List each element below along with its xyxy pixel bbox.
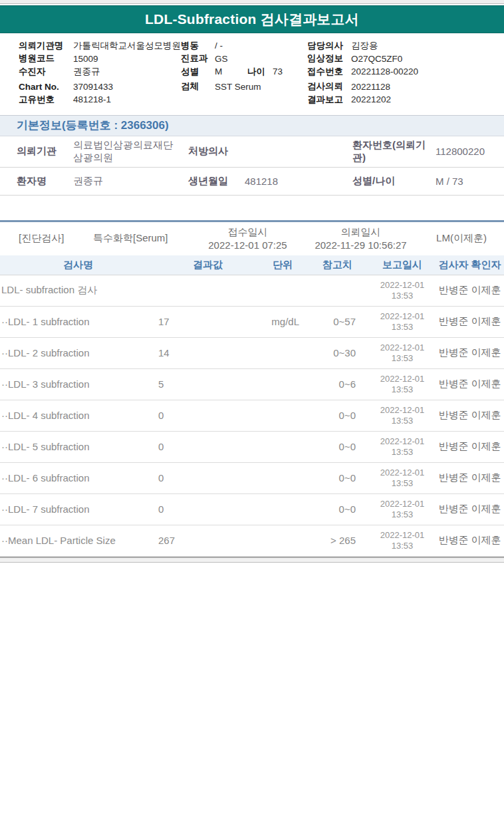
header-info-right-column: 담당의사 김장용 임상정보 O27QC5ZF0 접수번호 20221128-00… [307,39,504,106]
field-label: 검체 [181,80,215,92]
header-info-pair: 검사의뢰 20221128 [307,80,504,94]
field-value-secondary: 73 [273,67,305,76]
cell-test-name: ··LDL- 3 subfraction [0,378,156,390]
table-row: ··LDL- 5 subfraction 0 0~0 2022-12-01 13… [0,432,504,463]
cell-result: 0 [156,441,259,452]
cell-reported-datetime: 2022-12-01 13:53 [369,343,436,364]
field-value: 가톨릭대학교서울성모병원 [73,40,181,52]
cell-staff: 반병준 이제훈 [436,472,504,484]
reported-date: 2022-12-01 [369,499,436,509]
field-label: 진료과 [181,53,215,65]
reported-time: 13:53 [369,353,436,364]
report-title-banner: LDL-Subfraction 검사결과보고서 [0,5,504,33]
request-datetime: 2022-11-29 10:56:27 [303,239,419,252]
header-info-pair: Chart No. 37091433 [19,80,181,94]
field-value: M / 73 [436,176,504,187]
cell-staff: 반병준 이제훈 [436,346,504,359]
field-value: 20221128-00220 [351,67,418,76]
cell-staff: 반병준 이제훈 [436,409,504,422]
window-top-strip [0,0,504,4]
header-info-pair: 담당의사 김장용 [307,39,504,53]
field-label: 의뢰기관 [17,145,73,158]
header-info-pair: 의뢰기관명 가톨릭대학교서울성모병원 [19,39,181,53]
field-label: 임상정보 [307,53,351,65]
results-table-body: LDL- subfraction 검사 2022-12-01 13:53 반병준… [0,275,504,557]
field-label: 성별 [181,66,215,78]
cell-test-name: ··LDL- 4 subfraction [0,410,156,421]
column-header-result: 결과값 [156,259,259,271]
header-info-pair: 성별 M 나이 73 [181,65,307,78]
reported-time: 13:53 [369,541,436,551]
cell-reported-datetime: 2022-12-01 13:53 [369,468,436,489]
header-info-middle-column: 병동 / - 진료과 GS 성별 M 나이 73 검체 SST Serum [181,39,307,106]
report-title: LDL-Subfraction 검사결과보고서 [145,10,359,29]
field-value: SST Serum [215,82,247,92]
results-table-header: 검사명 결과값 단위 참고치 보고일시 검사자 확인자 [0,255,504,275]
field-value: 권종규 [73,66,100,78]
cell-reference: 0~0 [306,441,369,452]
cell-reported-datetime: 2022-12-01 13:53 [369,530,436,551]
reported-time: 13:53 [369,322,436,333]
cell-test-name: ··LDL- 6 subfraction [0,472,156,483]
request-datetime-block: 의뢰일시 2022-11-29 10:56:27 [303,225,419,252]
field-value: 481218-1 [73,94,111,104]
cell-staff: 반병준 이제훈 [436,440,504,453]
table-row: ··LDL- 7 subfraction 0 0~0 2022-12-01 13… [0,494,504,525]
reported-date: 2022-12-01 [369,530,436,541]
field-value: 의료법인삼광의료재단삼광의원 [73,139,173,164]
cell-result: 5 [156,378,259,390]
cell-reported-datetime: 2022-12-01 13:53 [369,374,436,395]
reported-time: 13:53 [369,478,436,489]
column-header-test-name: 검사명 [0,259,156,271]
field-value: 권종규 [73,175,173,188]
header-info-pair: 결과보고 20221202 [307,93,504,106]
field-label: 결과보고 [307,94,351,106]
reported-time: 13:53 [369,384,436,395]
field-value: 481218 [245,176,352,187]
cell-reference: 0~0 [306,472,369,483]
header-info-block: 의뢰기관명 가톨릭대학교서울성모병원 병원코드 15009 수진자 권종규 Ch… [0,33,504,106]
header-info-pair: 임상정보 O27QC5ZF0 [307,53,504,66]
cell-reported-datetime: 2022-12-01 13:53 [369,280,436,301]
field-label: 접수번호 [307,66,351,78]
reported-date: 2022-12-01 [369,405,436,416]
reported-date: 2022-12-01 [369,280,436,291]
reported-time: 13:53 [369,509,436,520]
cell-reference: 0~0 [306,503,369,515]
cell-test-name: LDL- subfraction 검사 [0,284,156,297]
field-value: 37091433 [73,82,113,92]
cell-reported-datetime: 2022-12-01 13:53 [369,405,436,426]
field-label: 담당의사 [307,40,351,52]
cell-reference: 0~0 [306,410,369,421]
reported-time: 13:53 [369,291,436,301]
field-label: 환자명 [17,175,73,188]
header-info-pair: 고유번호 481218-1 [19,93,181,106]
field-label-secondary: 나이 [247,66,273,78]
receipt-datetime-block: 접수일시 2022-12-01 07:25 [193,225,303,252]
cell-staff: 반병준 이제훈 [436,315,504,328]
cell-unit: mg/dL [259,316,306,327]
cell-test-name: ··LDL- 7 subfraction [0,503,156,515]
request-label: 의뢰일시 [303,225,419,239]
reported-time: 13:53 [369,447,436,458]
table-row: ··LDL- 3 subfraction 5 0~6 2022-12-01 13… [0,369,504,400]
exam-category: [진단검사] [19,232,93,245]
field-label: 검사의뢰 [307,80,351,92]
basic-info-row: 환자명 권종규 생년월일 481218 성별/나이 M / 73 [0,168,504,196]
cell-staff: 반병준 이제훈 [436,284,504,297]
cell-reference: 0~57 [306,316,369,327]
field-label: 의뢰기관명 [19,40,73,52]
field-value: M [215,67,247,76]
reported-date: 2022-12-01 [369,436,436,447]
cell-reported-datetime: 2022-12-01 13:53 [369,311,436,333]
header-info-pair: 병동 / - [181,39,307,53]
table-row: ··LDL- 4 subfraction 0 0~0 2022-12-01 13… [0,400,504,432]
cell-result: 17 [156,316,259,327]
receipt-datetime: 2022-12-01 07:25 [193,239,303,252]
field-label: 처방의사 [188,145,245,158]
column-header-reported: 보고일시 [369,259,436,271]
basic-info-title: 기본정보(등록번호 : 2366306) [17,118,169,133]
column-header-staff: 검사자 확인자 [436,259,504,271]
cell-staff: 반병준 이제훈 [436,534,504,547]
header-info-pair: 수진자 권종규 [19,65,181,78]
